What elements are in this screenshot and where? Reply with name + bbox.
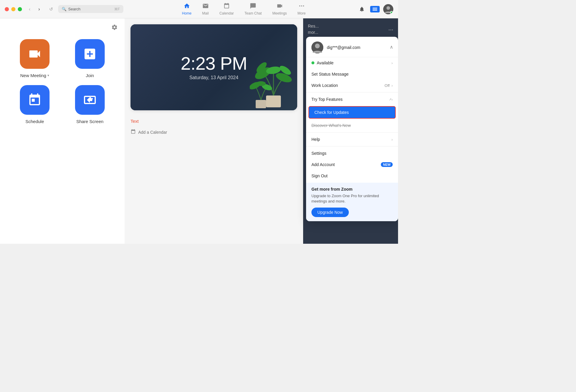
tab-more-label: More	[297, 11, 305, 15]
search-bar[interactable]: 🔍 Search ⌘F	[58, 5, 123, 13]
work-location-item[interactable]: Work Location Off ›	[306, 80, 398, 91]
tab-more[interactable]: More	[292, 1, 311, 17]
close-button[interactable]	[5, 7, 9, 11]
tab-mail-label: Mail	[202, 11, 209, 15]
svg-point-14	[256, 81, 266, 86]
user-dropdown-menu: dig***@gmail.com ∧ Available › Set Statu…	[306, 37, 398, 221]
svg-rect-11	[256, 100, 266, 108]
teamchat-icon	[250, 3, 256, 11]
search-shortcut: ⌘F	[114, 7, 120, 11]
sidebar-toggle[interactable]	[370, 6, 380, 12]
svg-rect-5	[266, 95, 281, 107]
settings-item[interactable]: Settings	[306, 148, 398, 159]
clock-display: 2:23 PM Saturday, 13 April 2024	[181, 54, 247, 80]
back-button[interactable]: ‹	[26, 5, 34, 13]
settings-gear-icon[interactable]	[110, 23, 119, 31]
svg-point-1	[301, 5, 302, 7]
sign-out-item[interactable]: Sign Out	[306, 170, 398, 181]
online-status-badge	[390, 11, 393, 14]
try-features-item[interactable]: Try Top Features ↗ ›	[306, 94, 398, 105]
collapse-icon[interactable]: ∧	[390, 44, 393, 50]
help-label: Help	[311, 137, 392, 142]
maximize-button[interactable]	[18, 7, 22, 11]
sign-out-label: Sign Out	[311, 173, 393, 178]
action-grid: New Meeting ▾ Join Schedule	[12, 39, 113, 124]
share-screen-action[interactable]: Share Screen	[67, 85, 113, 124]
work-location-arrow-icon: ›	[392, 83, 393, 88]
add-account-item[interactable]: Add Account NEW	[306, 159, 398, 170]
calendar-card: 2:23 PM Saturday, 13 April 2024	[131, 24, 297, 110]
discover-new-item[interactable]: Discover What's New	[306, 120, 398, 131]
add-calendar-button[interactable]: Add a Calendar	[125, 126, 303, 138]
history-icon[interactable]: ↺	[47, 5, 55, 13]
divider-1	[306, 92, 398, 93]
share-screen-icon	[75, 85, 105, 115]
forward-button[interactable]: ›	[35, 5, 43, 13]
more-icon	[298, 3, 305, 11]
divider-2	[306, 132, 398, 133]
settings-label: Settings	[311, 151, 393, 156]
upgrade-title: Get more from Zoom	[311, 187, 393, 192]
more-options-icon[interactable]: ···	[388, 26, 393, 33]
divider-3	[306, 146, 398, 146]
join-action[interactable]: Join	[67, 39, 113, 78]
nav-arrows: ‹ ›	[26, 5, 43, 13]
tab-teamchat-label: Team Chat	[244, 11, 262, 15]
new-meeting-label: New Meeting ▾	[20, 73, 49, 78]
upgrade-section: Get more from Zoom Upgrade to Zoom One P…	[306, 183, 398, 221]
work-location-value: Off	[385, 83, 390, 88]
new-meeting-action[interactable]: New Meeting ▾	[12, 39, 58, 78]
join-label: Join	[86, 73, 94, 78]
status-available-item[interactable]: Available ›	[306, 57, 398, 68]
dropdown-avatar	[311, 42, 323, 53]
center-panel: 2:23 PM Saturday, 13 April 2024 Text Add…	[125, 18, 303, 244]
new-meeting-icon	[20, 39, 50, 69]
avatar[interactable]	[383, 4, 393, 14]
upgrade-now-button[interactable]: Upgrade Now	[311, 208, 349, 217]
help-arrow-icon: ›	[392, 137, 393, 142]
tab-home[interactable]: Home	[177, 1, 197, 17]
calendar-icon	[223, 3, 230, 11]
dropdown-email: dig***@gmail.com	[327, 45, 360, 50]
meetings-icon	[276, 3, 283, 11]
bell-icon[interactable]	[357, 4, 367, 14]
help-item[interactable]: Help ›	[306, 134, 398, 145]
nav-tabs: Home Mail Calendar Team Chat Meetings	[131, 1, 357, 17]
set-status-label: Set Status Message	[311, 72, 393, 77]
external-link-icon: ↗	[389, 98, 392, 101]
try-features-arrow-icon: ›	[392, 97, 393, 102]
svg-point-4	[386, 6, 390, 10]
tab-mail[interactable]: Mail	[197, 1, 214, 17]
status-label: Available	[317, 60, 389, 65]
clock-time: 2:23 PM	[181, 54, 247, 73]
svg-point-0	[299, 5, 300, 7]
text-label[interactable]: Text	[125, 116, 303, 126]
calendar-small-icon	[131, 129, 136, 136]
check-updates-item[interactable]: Check for Updates	[308, 106, 396, 119]
search-icon: 🔍	[62, 7, 66, 11]
home-icon	[184, 3, 190, 11]
tab-calendar[interactable]: Calendar	[214, 1, 239, 17]
right-panel-description: Res...mor...	[308, 23, 319, 36]
minimize-button[interactable]	[11, 7, 15, 11]
schedule-action[interactable]: Schedule	[12, 85, 58, 124]
home-panel: New Meeting ▾ Join Schedule	[0, 18, 125, 244]
main-area: New Meeting ▾ Join Schedule	[0, 18, 398, 244]
join-icon	[75, 39, 105, 69]
tab-meetings[interactable]: Meetings	[267, 1, 292, 17]
share-screen-label: Share Screen	[76, 119, 104, 124]
tab-teamchat[interactable]: Team Chat	[239, 1, 267, 17]
traffic-lights	[5, 7, 22, 11]
schedule-label: Schedule	[26, 119, 44, 124]
svg-point-2	[303, 5, 304, 7]
plant-decoration	[250, 24, 297, 110]
set-status-item[interactable]: Set Status Message	[306, 68, 398, 80]
dropdown-arrow: ▾	[47, 74, 49, 77]
discover-new-label: Discover What's New	[311, 123, 393, 128]
new-badge: NEW	[381, 162, 393, 167]
try-features-label: Try Top Features	[311, 97, 389, 102]
clock-date: Saturday, 13 April 2024	[181, 75, 247, 80]
check-updates-label: Check for Updates	[314, 110, 390, 115]
tab-home-label: Home	[182, 11, 192, 15]
add-calendar-label: Add a Calendar	[138, 130, 167, 135]
